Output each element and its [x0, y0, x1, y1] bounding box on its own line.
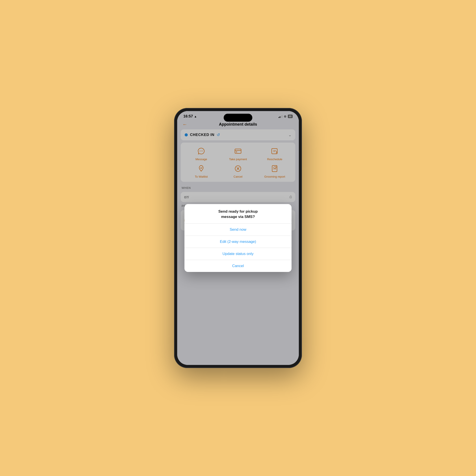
modal-action-edit[interactable]: Edit (2-way message) — [185, 236, 291, 248]
modal-action-cancel[interactable]: Cancel — [185, 260, 291, 272]
phone-frame: 16:57 ▲ ⊛ 65 ← Appointment details — [174, 108, 302, 368]
modal-overlay: Send ready for pickupmessage via SMS? Se… — [177, 111, 299, 365]
modal-sheet: Send ready for pickupmessage via SMS? Se… — [185, 204, 291, 272]
modal-title: Send ready for pickupmessage via SMS? — [185, 204, 291, 223]
modal-action-send-now[interactable]: Send now — [185, 224, 291, 236]
phone-screen: 16:57 ▲ ⊛ 65 ← Appointment details — [177, 111, 299, 365]
modal-action-update-status[interactable]: Update status only — [185, 248, 291, 260]
